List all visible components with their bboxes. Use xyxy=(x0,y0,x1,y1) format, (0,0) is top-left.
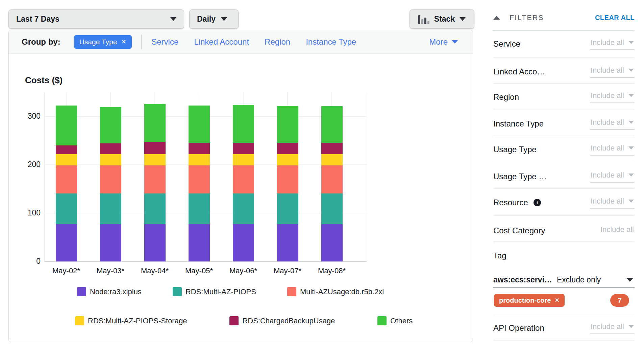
filter-label: Linked Acco… xyxy=(493,67,545,76)
bar-segment-others[interactable] xyxy=(56,106,77,146)
chevron-down-icon xyxy=(628,94,634,97)
bar-segment-node-ra3-xlplus[interactable] xyxy=(321,224,343,261)
bar-segment-node-ra3-xlplus[interactable] xyxy=(233,224,254,261)
divider xyxy=(493,188,635,189)
legend-label: RDS:ChargedBackupUsage xyxy=(242,317,335,325)
tag-value-chip[interactable]: production-core ✕ xyxy=(494,294,565,307)
bar-segment-multi-azusage-db-r5b-2xl[interactable] xyxy=(321,165,343,193)
include-all-dropdown[interactable]: Include all xyxy=(590,197,635,209)
bar-segment-rds-multi-az-piops-storage[interactable] xyxy=(189,154,210,165)
bar-segment-rds-chargedbackupusage[interactable] xyxy=(321,143,343,154)
chart-legend-row-1: Node:ra3.xlplusRDS:Multi-AZ-PIOPSMulti-A… xyxy=(8,287,473,296)
filter-label: Resourcei xyxy=(493,198,541,207)
group-by-chip-usage-type[interactable]: Usage Type ✕ xyxy=(74,35,132,49)
legend-swatch xyxy=(77,287,86,296)
include-all-dropdown[interactable]: Include all xyxy=(590,171,635,183)
chevron-down-icon xyxy=(452,40,458,44)
bar-segment-rds-multi-az-piops[interactable] xyxy=(144,193,166,224)
bar-segment-rds-multi-az-piops-storage[interactable] xyxy=(144,154,166,165)
info-icon[interactable]: i xyxy=(534,199,541,206)
bar-segment-others[interactable] xyxy=(100,107,121,144)
close-icon[interactable]: ✕ xyxy=(121,38,126,46)
bar-segment-rds-chargedbackupusage[interactable] xyxy=(189,143,210,154)
include-all-dropdown[interactable]: Include all xyxy=(590,91,635,103)
bar-segment-rds-chargedbackupusage[interactable] xyxy=(100,143,121,154)
bar-segment-node-ra3-xlplus[interactable] xyxy=(144,224,166,261)
chart-title: Costs ($) xyxy=(25,75,63,86)
group-by-link-instance-type[interactable]: Instance Type xyxy=(306,37,356,47)
more-label: More xyxy=(429,37,448,47)
chevron-down-icon xyxy=(628,325,634,328)
filters-sidebar: FILTERS CLEAR ALL ServiceInclude allLink… xyxy=(493,0,635,347)
chevron-down-icon xyxy=(626,278,633,282)
legend-label: Others xyxy=(390,317,413,325)
bar-segment-others[interactable] xyxy=(233,105,254,142)
bar-segment-node-ra3-xlplus[interactable] xyxy=(277,224,298,261)
filter-label: Region xyxy=(493,92,519,102)
legend-swatch xyxy=(287,287,296,296)
chart-style-dropdown[interactable]: Stack xyxy=(410,9,474,29)
filter-row-usage-type-: Usage Type …Include all xyxy=(493,168,635,185)
bar-segment-multi-azusage-db-r5b-2xl[interactable] xyxy=(233,165,254,193)
chevron-down-icon xyxy=(628,69,634,72)
granularity-dropdown[interactable]: Daily xyxy=(189,9,239,29)
legend-item-node-ra3-xlplus: Node:ra3.xlplus xyxy=(77,287,142,296)
x-axis-tick-label: May-03* xyxy=(87,267,134,275)
bar-segment-multi-azusage-db-r5b-2xl[interactable] xyxy=(189,165,210,193)
legend-item-rds-multi-az-piops-storage: RDS:Multi-AZ-PIOPS-Storage xyxy=(75,316,187,325)
group-by-link-linked-account[interactable]: Linked Account xyxy=(194,37,249,47)
include-all-dropdown[interactable]: Include all xyxy=(590,144,635,156)
bar-segment-multi-azusage-db-r5b-2xl[interactable] xyxy=(277,165,298,193)
bar-segment-rds-multi-az-piops-storage[interactable] xyxy=(321,154,343,165)
collapse-filters-icon[interactable] xyxy=(493,16,500,20)
divider xyxy=(493,314,635,314)
bar-segment-rds-multi-az-piops[interactable] xyxy=(100,193,121,224)
bar-segment-rds-multi-az-piops[interactable] xyxy=(321,193,343,224)
bar-segment-node-ra3-xlplus[interactable] xyxy=(56,224,77,261)
group-by-link-service[interactable]: Service xyxy=(151,37,178,47)
bar-segment-others[interactable] xyxy=(277,106,298,143)
bar-segment-rds-chargedbackupusage[interactable] xyxy=(233,143,254,154)
bar-segment-rds-multi-az-piops[interactable] xyxy=(233,193,254,224)
bar-segment-node-ra3-xlplus[interactable] xyxy=(100,224,121,261)
close-icon[interactable]: ✕ xyxy=(554,297,560,304)
bar-segment-rds-multi-az-piops[interactable] xyxy=(277,193,298,224)
bar-segment-multi-azusage-db-r5b-2xl[interactable] xyxy=(100,165,121,193)
legend-swatch xyxy=(75,316,84,325)
bar-segment-node-ra3-xlplus[interactable] xyxy=(189,224,210,261)
bar-segment-others[interactable] xyxy=(144,104,166,142)
x-axis-tick-label: May-07* xyxy=(264,267,311,275)
include-all-dropdown[interactable]: Include all xyxy=(590,38,635,50)
granularity-value: Daily xyxy=(197,15,216,24)
bar-segment-rds-chargedbackupusage[interactable] xyxy=(144,142,166,154)
legend-swatch xyxy=(173,287,182,296)
tag-filter-dropdown[interactable]: aws:ecs:servi… Exclude only xyxy=(493,273,635,287)
include-all-dropdown[interactable]: Include all xyxy=(590,66,635,78)
bar-segment-rds-multi-az-piops[interactable] xyxy=(56,193,77,224)
tag-mode: Exclude only xyxy=(557,275,601,284)
bar-segment-rds-multi-az-piops-storage[interactable] xyxy=(56,154,77,165)
bar-segment-multi-azusage-db-r5b-2xl[interactable] xyxy=(56,165,77,193)
clear-all-button[interactable]: CLEAR ALL xyxy=(595,14,635,22)
bar-segment-rds-multi-az-piops-storage[interactable] xyxy=(233,154,254,165)
include-all-dropdown[interactable]: Include all xyxy=(590,118,635,130)
x-axis-tick-label: May-02* xyxy=(43,267,90,275)
bar-segment-rds-multi-az-piops-storage[interactable] xyxy=(100,154,121,165)
legend-label: RDS:Multi-AZ-PIOPS-Storage xyxy=(88,317,187,325)
group-by-more-dropdown[interactable]: More xyxy=(429,37,458,47)
bar-segment-rds-chargedbackupusage[interactable] xyxy=(56,145,77,154)
bar-segment-others[interactable] xyxy=(321,106,343,142)
x-axis-tick-label: May-04* xyxy=(131,267,178,275)
bar-segment-rds-multi-az-piops[interactable] xyxy=(189,193,210,224)
filter-row-cost-category: Cost CategoryInclude all xyxy=(493,223,635,239)
date-range-value: Last 7 Days xyxy=(16,15,59,24)
bar-segment-multi-azusage-db-r5b-2xl[interactable] xyxy=(144,165,166,193)
bar-segment-others[interactable] xyxy=(189,106,210,143)
bar-segment-rds-multi-az-piops-storage[interactable] xyxy=(277,154,298,165)
group-by-link-region[interactable]: Region xyxy=(265,37,290,47)
bar-segment-rds-chargedbackupusage[interactable] xyxy=(277,143,298,154)
api-operation-include-dropdown[interactable]: Include all xyxy=(590,322,635,334)
date-range-dropdown[interactable]: Last 7 Days xyxy=(8,9,184,29)
bar-chart-icon xyxy=(418,15,429,24)
include-all-value: Include all xyxy=(591,66,624,75)
